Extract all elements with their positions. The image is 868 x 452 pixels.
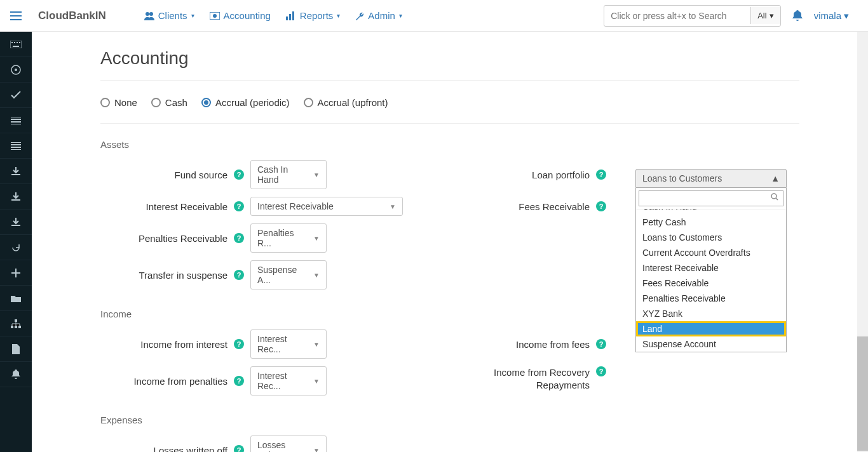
select-transfer-suspense[interactable]: Suspense A...▼ xyxy=(250,260,327,289)
side-item-folder[interactable] xyxy=(0,286,32,311)
radio-cash[interactable]: Cash xyxy=(151,97,187,108)
dropdown-option[interactable]: Loans to Customers xyxy=(636,230,786,245)
nav-label: Reports xyxy=(300,10,334,21)
side-item-add[interactable] xyxy=(0,260,32,286)
field-income-penalties: Income from penalties ? Interest Rec...▼ xyxy=(100,366,437,396)
folder-icon xyxy=(11,295,21,302)
section-expenses-label: Expenses xyxy=(100,415,799,425)
side-item-bell[interactable] xyxy=(0,362,32,387)
filter-label: All xyxy=(757,11,766,20)
side-item-download3[interactable] xyxy=(0,209,32,235)
nav-label: Clients xyxy=(158,10,187,21)
help-icon[interactable]: ? xyxy=(596,366,606,376)
side-item-keyboard[interactable] xyxy=(0,32,32,57)
field-income-interest: Income from interest ? Interest Rec...▼ xyxy=(100,329,437,359)
nav-reports[interactable]: Reports▾ xyxy=(286,10,341,21)
user-label: vimala xyxy=(814,10,841,21)
dropdown-option[interactable]: Penalties Receivable xyxy=(636,291,786,306)
radio-label: Cash xyxy=(165,97,187,108)
refresh-icon xyxy=(11,243,20,252)
scrollbar-thumb[interactable] xyxy=(857,336,868,451)
download-icon xyxy=(11,167,20,176)
dropdown-option[interactable]: Land xyxy=(636,321,786,336)
field-transfer-suspense: Transfer in suspense ? Suspense A...▼ xyxy=(100,260,437,289)
svg-rect-5 xyxy=(289,14,291,20)
select-income-penalties[interactable]: Interest Rec...▼ xyxy=(250,366,327,396)
nav-clients[interactable]: Clients▾ xyxy=(144,10,194,21)
radio-icon xyxy=(100,98,110,107)
radio-icon xyxy=(201,98,211,107)
help-icon[interactable]: ? xyxy=(234,376,244,386)
svg-rect-17 xyxy=(15,326,17,328)
help-icon[interactable]: ? xyxy=(234,445,244,452)
field-interest-receivable: Interest Receivable ? Interest Receivabl… xyxy=(100,197,437,216)
select-interest-receivable[interactable]: Interest Receivable▼ xyxy=(250,197,403,216)
radio-none[interactable]: None xyxy=(100,97,137,108)
plus-icon xyxy=(11,269,20,277)
nav-admin[interactable]: Admin▾ xyxy=(355,10,402,21)
help-icon[interactable]: ? xyxy=(596,170,606,180)
svg-point-19 xyxy=(771,194,776,199)
select-losses-written-off[interactable]: Losses Writ...▼ xyxy=(250,435,327,452)
field-label: Penalties Receivable xyxy=(100,233,227,244)
download-icon xyxy=(11,192,20,201)
svg-rect-9 xyxy=(14,42,15,43)
side-item-download2[interactable] xyxy=(0,184,32,209)
bell-icon xyxy=(792,10,803,22)
search-filter[interactable]: All▾ xyxy=(750,7,780,24)
radio-label: Accrual (upfront) xyxy=(318,97,388,108)
side-item-file[interactable] xyxy=(0,336,32,362)
dropdown-option[interactable]: XYZ Bank xyxy=(636,306,786,321)
help-icon[interactable]: ? xyxy=(234,270,244,280)
notifications-button[interactable] xyxy=(792,10,803,22)
help-icon[interactable]: ? xyxy=(234,339,244,349)
dropdown-body: Cash In HandPetty CashLoans to Customers… xyxy=(635,188,787,352)
dropdown-option[interactable]: Petty Cash xyxy=(636,215,786,230)
svg-point-0 xyxy=(146,12,149,16)
help-icon[interactable]: ? xyxy=(234,233,244,243)
field-label: Income from fees xyxy=(463,339,590,350)
user-menu[interactable]: vimala▾ xyxy=(814,10,849,22)
side-item-list2[interactable] xyxy=(0,133,32,159)
chart-icon xyxy=(286,11,296,20)
dropdown-list[interactable]: Cash In HandPetty CashLoans to Customers… xyxy=(636,209,786,352)
dropdown-option[interactable]: Interest Receivable xyxy=(636,260,786,276)
caret-icon: ▾ xyxy=(191,12,194,19)
field-label: Loan portfolio xyxy=(463,170,590,180)
sidebar xyxy=(0,32,32,452)
nav-accounting[interactable]: Accounting xyxy=(210,10,271,21)
side-item-dashboard[interactable] xyxy=(0,57,32,83)
svg-rect-16 xyxy=(11,326,13,328)
caret-icon: ▾ xyxy=(770,11,774,20)
dropdown-option[interactable]: Cash In Hand xyxy=(636,209,786,215)
dropdown-selected[interactable]: Loans to Customers▲ xyxy=(635,169,787,188)
radio-icon xyxy=(304,98,313,107)
help-icon[interactable]: ? xyxy=(596,201,606,211)
help-icon[interactable]: ? xyxy=(596,339,606,349)
dropdown-search-input[interactable] xyxy=(639,190,783,206)
side-item-org[interactable] xyxy=(0,311,32,336)
radio-accrual-upfront[interactable]: Accrual (upfront) xyxy=(304,97,388,108)
chevron-down-icon: ▼ xyxy=(313,272,320,279)
dropdown-option[interactable]: Fees Receivable xyxy=(636,276,786,291)
help-icon[interactable]: ? xyxy=(234,170,244,180)
gauge-icon xyxy=(11,65,21,75)
svg-rect-4 xyxy=(286,17,288,20)
select-fund-source[interactable]: Cash In Hand▼ xyxy=(250,160,327,189)
page-scrollbar[interactable] xyxy=(857,32,868,452)
search-input[interactable] xyxy=(604,7,750,25)
side-item-list1[interactable] xyxy=(0,108,32,133)
radio-accrual-periodic[interactable]: Accrual (periodic) xyxy=(201,97,290,108)
radio-icon xyxy=(151,98,161,107)
dropdown-option[interactable]: Current Account Overdrafts xyxy=(636,245,786,260)
nav-menu: Clients▾ Accounting Reports▾ Admin▾ xyxy=(144,10,402,21)
side-item-refresh[interactable] xyxy=(0,235,32,260)
help-icon[interactable]: ? xyxy=(234,201,244,211)
dropdown-option[interactable]: Suspense Account xyxy=(636,336,786,352)
select-penalties-receivable[interactable]: Penalties R...▼ xyxy=(250,223,327,253)
select-income-interest[interactable]: Interest Rec...▼ xyxy=(250,329,327,359)
side-item-download1[interactable] xyxy=(0,159,32,184)
side-item-check[interactable] xyxy=(0,83,32,108)
field-label: Transfer in suspense xyxy=(100,270,227,281)
hamburger-toggle[interactable] xyxy=(0,0,32,32)
